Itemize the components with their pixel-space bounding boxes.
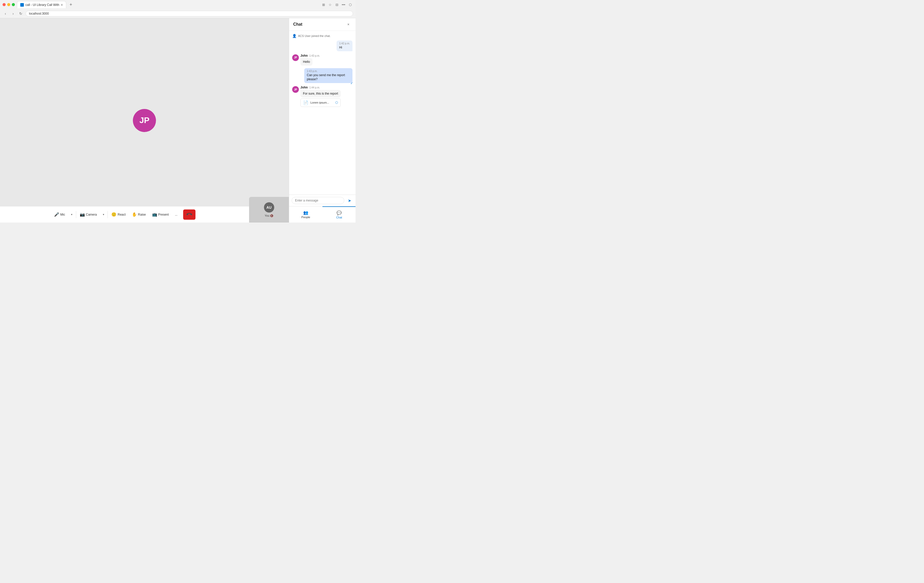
message-sender-2: John (300, 86, 308, 89)
message-time-2: 1:43 p.m. (309, 54, 320, 57)
message-sender-1: John (300, 54, 308, 58)
self-label: You 🔇 (265, 214, 274, 217)
end-call-button[interactable]: 📞 (183, 209, 195, 220)
traffic-lights (3, 3, 15, 6)
react-button[interactable]: 🙂 React (109, 209, 128, 220)
maximize-window-button[interactable] (12, 3, 15, 6)
file-name: Lorem ipsum... (310, 101, 333, 104)
message-content-2: John 1:44 p.m. For sure, this is the rep… (300, 86, 341, 107)
raise-label: Raise (138, 213, 146, 216)
camera-icon: 📷 (80, 212, 85, 217)
message-bubble-4: For sure, this is the report (300, 90, 341, 97)
message-time-1: 1:42 p.m. (339, 42, 350, 45)
message-time-4: 1:44 p.m. (309, 86, 320, 89)
tab-close-button[interactable]: × (61, 3, 63, 7)
messages-area[interactable]: 👤 ACS User joined the chat. 1:42 p.m. Hi… (289, 31, 356, 194)
minimize-window-button[interactable] (7, 3, 10, 6)
tab-favicon (20, 3, 24, 7)
address-bar: ‹ › ↻ localhost:3000 (0, 9, 356, 18)
raise-button[interactable]: ✋ Raise (129, 209, 148, 220)
message-text-4: For sure, this is the report (303, 92, 338, 96)
url-bar[interactable]: localhost:3000 (26, 11, 353, 16)
mic-icon: 🎤 (54, 212, 59, 217)
react-icon: 🙂 (111, 212, 117, 217)
close-window-button[interactable] (3, 3, 6, 6)
right-bottom-strip: 👥 People 💬 Chat (289, 206, 356, 222)
back-button[interactable]: ‹ (3, 11, 8, 16)
present-button[interactable]: 📺 Present (150, 209, 172, 220)
chat-icon: 💬 (337, 211, 342, 215)
refresh-button[interactable]: ↻ (18, 11, 24, 16)
camera-label: Camera (86, 213, 97, 216)
present-label: Present (158, 213, 169, 216)
system-message: 👤 ACS User joined the chat. (292, 34, 353, 38)
send-icon: ➤ (348, 198, 351, 203)
split-view-button[interactable]: ⊟ (334, 2, 340, 7)
message-outgoing-1: 1:42 p.m. Hi (292, 41, 353, 51)
message-bubble-2: Hello (300, 58, 312, 66)
chat-close-button[interactable]: × (345, 21, 351, 28)
browser-chrome: call - UI Library Call With × + ⊞ ☆ ⊟ ••… (0, 0, 356, 18)
message-input[interactable] (292, 197, 344, 204)
message-input-area: ➤ (289, 194, 356, 206)
react-label: React (117, 213, 125, 216)
message-incoming-1: JP John 1:43 p.m. Hello (292, 54, 353, 66)
more-button[interactable]: ... (172, 209, 180, 220)
extensions-button[interactable]: ⬡ (347, 2, 353, 7)
camera-dropdown[interactable]: ▾ (100, 209, 106, 220)
message-bubble-1: 1:42 p.m. Hi (337, 41, 353, 51)
mic-label: Mic (60, 213, 65, 216)
file-icon: 📄 (303, 100, 309, 105)
more-options-button[interactable]: ••• (341, 2, 346, 7)
reader-view-button[interactable]: ⊞ (321, 2, 326, 7)
message-incoming-2: JP John 1:44 p.m. For sure, this is the … (292, 86, 353, 107)
bookmark-button[interactable]: ☆ (327, 2, 333, 7)
read-receipt: ✓ (350, 82, 353, 85)
system-icon: 👤 (292, 34, 297, 38)
camera-button[interactable]: 📷 Camera (77, 209, 99, 220)
file-open-button[interactable]: ⬡ (335, 101, 338, 104)
john-avatar-2: JP (292, 86, 299, 93)
people-icon: 👥 (303, 210, 309, 215)
chat-button[interactable]: 💬 Chat (322, 206, 356, 222)
message-bubble-3: 1:43 p.m. Can you send me the report ple… (304, 68, 353, 83)
self-view-pip: AU You 🔇 (249, 197, 289, 222)
mic-button[interactable]: 🎤 Mic (51, 209, 68, 220)
app-container: JP John 🎤̶ AU You 🔇 🎤 Mic ▾ (0, 18, 356, 222)
separator-1 (76, 211, 76, 218)
new-tab-button[interactable]: + (67, 1, 74, 8)
tab-bar: call - UI Library Call With × + (17, 1, 318, 8)
forward-button[interactable]: › (10, 11, 16, 16)
browser-actions: ⊞ ☆ ⊟ ••• ⬡ (321, 2, 353, 7)
message-sender-row-1: John 1:43 p.m. (300, 54, 320, 58)
url-text: localhost:3000 (29, 12, 49, 15)
present-icon: 📺 (152, 212, 157, 217)
chat-panel: Chat × 👤 ACS User joined the chat. 1:42 … (289, 18, 356, 222)
people-button[interactable]: 👥 People (289, 206, 322, 222)
send-message-button[interactable]: ➤ (346, 197, 353, 204)
video-area: JP John 🎤̶ AU You 🔇 🎤 Mic ▾ (0, 18, 289, 222)
file-attachment[interactable]: 📄 Lorem ipsum... ⬡ (300, 99, 341, 107)
self-label-text: You (265, 214, 270, 217)
end-call-icon: 📞 (186, 211, 193, 218)
main-avatar-initials: JP (139, 115, 149, 125)
john-avatar-1: JP (292, 54, 299, 61)
message-text-1: Hi (339, 45, 350, 50)
raise-icon: ✋ (132, 212, 137, 217)
message-content-1: John 1:43 p.m. Hello (300, 54, 320, 66)
chat-header: Chat × (289, 18, 356, 31)
mic-dropdown[interactable]: ▾ (69, 209, 75, 220)
main-participant-avatar: JP (133, 109, 156, 132)
message-text-2: Hello (303, 60, 310, 64)
control-bar: 🎤 Mic ▾ 📷 Camera ▾ 🙂 React ✋ Raise 📺 (0, 206, 249, 222)
message-time-3: 1:43 p.m. (307, 70, 350, 72)
self-avatar: AU (264, 202, 274, 212)
self-mic-muted-icon: 🔇 (270, 214, 273, 217)
chat-title: Chat (293, 22, 302, 27)
active-tab[interactable]: call - UI Library Call With × (17, 1, 66, 8)
tab-title: call - UI Library Call With (25, 3, 59, 7)
browser-titlebar: call - UI Library Call With × + ⊞ ☆ ⊟ ••… (0, 0, 356, 9)
chat-label: Chat (336, 216, 342, 219)
self-initials: AU (266, 205, 271, 209)
people-label: People (302, 216, 310, 219)
